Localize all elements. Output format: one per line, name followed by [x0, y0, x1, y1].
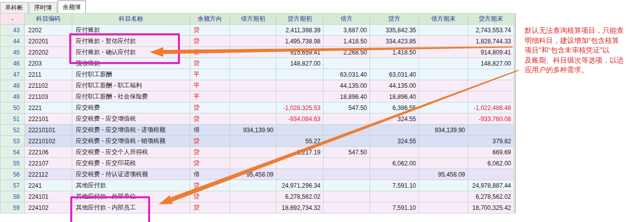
column-header-credit_open[interactable]: 贷方期初 — [277, 14, 324, 25]
cell-debit[interactable]: 44,135.00 — [324, 80, 370, 91]
cell-num[interactable]: 43 — [1, 25, 25, 36]
cell-debit_end[interactable] — [419, 191, 468, 202]
cell-credit_end[interactable]: 24,978,887.44 — [468, 180, 514, 191]
cell-credit_open[interactable]: 148,827.00 — [277, 58, 324, 69]
cell-name[interactable]: 应交税费 — [72, 102, 190, 114]
cell-credit_end[interactable]: 669.69 — [468, 147, 514, 158]
cell-dir[interactable]: 贷 — [190, 180, 230, 191]
cell-debit_open[interactable] — [230, 25, 277, 36]
cell-debit[interactable] — [324, 114, 370, 125]
cell-debit[interactable]: 18,896.40 — [324, 91, 370, 102]
cell-dir[interactable]: 贷 — [190, 114, 230, 125]
cell-code[interactable]: 2202 — [25, 25, 72, 36]
cell-debit_open[interactable]: 934,139.90 — [230, 125, 277, 136]
cell-credit_end[interactable]: 6,062.00 — [468, 158, 514, 169]
cell-credit[interactable]: 44,135.00 — [370, 80, 419, 91]
cell-dir[interactable]: 贷 — [190, 136, 230, 147]
cell-code[interactable]: 224102 — [25, 202, 72, 213]
cell-credit_open[interactable]: -1,028,325.53 — [277, 102, 324, 114]
cell-debit_open[interactable] — [230, 80, 277, 91]
cell-debit_end[interactable] — [419, 202, 468, 213]
cell-credit_open[interactable] — [277, 158, 324, 169]
cell-credit_end[interactable]: -1,022,486.48 — [468, 102, 514, 114]
cell-name[interactable]: 其他应付款 — [72, 180, 190, 191]
cell-name[interactable]: 应付职工薪酬 - 社会保险费 — [72, 91, 190, 102]
cell-dir[interactable]: 平 — [190, 91, 230, 102]
cell-code[interactable]: 224101 — [25, 191, 72, 202]
cell-credit_open[interactable] — [277, 80, 324, 91]
cell-num[interactable]: 56 — [1, 169, 25, 180]
cell-num[interactable]: 58 — [1, 191, 25, 202]
cell-credit[interactable]: 7,591.10 — [370, 202, 419, 213]
cell-debit_end[interactable]: 95,458.09 — [419, 169, 468, 180]
cell-num[interactable]: 55 — [1, 158, 25, 169]
cell-credit_open[interactable]: 18,692,734.32 — [277, 202, 324, 213]
cell-num[interactable]: 47 — [1, 69, 25, 80]
cell-dir[interactable]: 贷 — [190, 202, 230, 213]
cell-credit_end[interactable]: 18,700,325.42 — [468, 202, 514, 213]
cell-name[interactable]: 应交税费 - 应交印花税 — [72, 158, 190, 169]
cell-debit_open[interactable] — [230, 158, 277, 169]
cell-credit_end[interactable] — [468, 80, 514, 91]
cell-credit[interactable] — [370, 191, 419, 202]
cell-dir[interactable]: 贷 — [190, 158, 230, 169]
cell-debit[interactable]: 547.50 — [324, 102, 370, 114]
cell-credit[interactable]: 63,031.40 — [370, 69, 419, 80]
cell-credit_end[interactable]: 914,809.41 — [468, 47, 514, 58]
cell-debit[interactable] — [324, 191, 370, 202]
cell-debit[interactable] — [324, 136, 370, 147]
cell-code[interactable]: 2203 — [25, 58, 72, 69]
cell-debit_end[interactable] — [419, 47, 468, 58]
cell-dir[interactable]: 借 — [190, 169, 230, 180]
cell-num[interactable]: 54 — [1, 147, 25, 158]
cell-debit[interactable]: 63,031.40 — [324, 69, 370, 80]
cell-code[interactable]: 22210102 — [25, 136, 72, 147]
cell-debit_open[interactable] — [230, 102, 277, 114]
cell-debit_open[interactable] — [230, 58, 277, 69]
cell-credit_end[interactable]: 148,827.00 — [468, 58, 514, 69]
cell-code[interactable]: 222106 — [25, 147, 72, 158]
cell-debit_open[interactable] — [230, 114, 277, 125]
cell-debit[interactable] — [324, 158, 370, 169]
cell-debit_end[interactable] — [419, 136, 468, 147]
cell-debit_open[interactable] — [230, 191, 277, 202]
cell-credit[interactable]: 334,423.85 — [370, 36, 419, 47]
cell-code[interactable]: 220201 — [25, 36, 72, 47]
cell-debit_end[interactable] — [419, 180, 468, 191]
cell-num[interactable]: 50 — [1, 102, 25, 114]
cell-debit[interactable]: 1,418.50 — [324, 36, 370, 47]
cell-dir[interactable]: 贷 — [190, 191, 230, 202]
cell-credit[interactable]: 6,062.00 — [370, 158, 419, 169]
column-header-debit[interactable]: 借方 — [324, 14, 370, 25]
cell-code[interactable]: 221102 — [25, 80, 72, 91]
cell-credit_end[interactable] — [468, 169, 514, 180]
column-header-debit_end[interactable]: 借方期末 — [419, 14, 468, 25]
cell-num[interactable]: 59 — [1, 202, 25, 213]
cell-code[interactable]: 222112 — [25, 169, 72, 180]
cell-num[interactable]: 48 — [1, 80, 25, 91]
cell-code[interactable]: 2221 — [25, 102, 72, 114]
cell-num[interactable]: 53 — [1, 136, 25, 147]
cell-dir[interactable]: 借 — [190, 125, 230, 136]
cell-num[interactable]: 57 — [1, 180, 25, 191]
cell-debit_open[interactable] — [230, 91, 277, 102]
cell-dir[interactable]: 贷 — [190, 36, 230, 47]
cell-credit_end[interactable] — [468, 69, 514, 80]
cell-debit_open[interactable] — [230, 180, 277, 191]
cell-credit_end[interactable]: 6,278,562.02 — [468, 191, 514, 202]
cell-credit_open[interactable] — [277, 125, 324, 136]
cell-credit_open[interactable] — [277, 69, 324, 80]
cell-dir[interactable]: 贷 — [190, 147, 230, 158]
column-header-dir[interactable]: 余额方向 — [190, 14, 230, 25]
cell-credit_end[interactable]: -933,760.08 — [468, 114, 514, 125]
column-header-credit_end[interactable]: 贷方期末 — [468, 14, 514, 25]
cell-code[interactable]: 221103 — [25, 91, 72, 102]
cell-dir[interactable]: 平 — [190, 69, 230, 80]
cell-credit_end[interactable]: 1,828,744.33 — [468, 36, 514, 47]
cell-credit_end[interactable] — [468, 125, 514, 136]
cell-debit[interactable] — [324, 125, 370, 136]
cell-num[interactable]: 52 — [1, 125, 25, 136]
cell-debit_open[interactable] — [230, 47, 277, 58]
cell-debit_open[interactable] — [230, 69, 277, 80]
cell-credit_end[interactable]: 2,743,553.74 — [468, 25, 514, 36]
